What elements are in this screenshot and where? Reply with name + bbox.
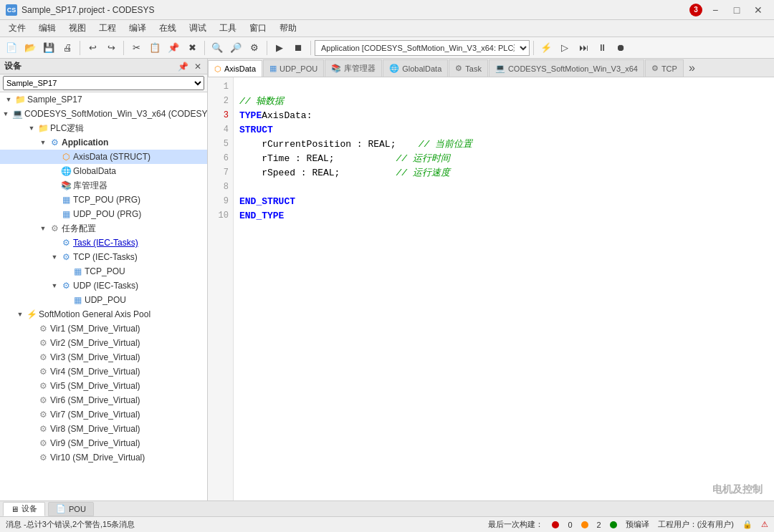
tree-node-vir8[interactable]: ⚙Vir8 (SM_Drive_Virtual) [0,422,207,436]
toggle-axisdata[interactable] [49,150,60,164]
tb-online2[interactable]: ▷ [556,39,573,57]
toggle-udppou[interactable] [49,207,60,221]
tab-more-button[interactable]: » [684,59,699,77]
bottom-tab-devices[interactable]: 🖥 设备 [3,502,45,516]
tab-codesys[interactable]: 💻 CODESYS_SoftMotion_Win_V3_x64 [489,59,644,77]
tb-online4[interactable]: ⏸ [593,39,611,57]
tree-node-vir3[interactable]: ⚙Vir3 (SM_Drive_Virtual) [0,350,207,364]
tab-udppou[interactable]: ▦ UDP_POU [263,59,324,77]
tab-libmgr[interactable]: 📚 库管理器 [325,59,382,77]
tb-find[interactable]: 🔍 [209,39,226,57]
tree-node-tcppou[interactable]: ▦TCP_POU (PRG) [0,193,207,207]
menu-online[interactable]: 在线 [153,21,182,36]
toggle-vir6[interactable] [26,393,37,407]
close-button[interactable]: ✕ [748,2,768,18]
toggle-tcppou2[interactable] [60,264,72,279]
code-content[interactable]: // 轴数据 TYPE AxisData : STRUCT rCurrentPo… [234,77,774,500]
tb-delete[interactable]: ✖ [183,39,201,57]
tree-node-vir1[interactable]: ⚙Vir1 (SM_Drive_Virtual) [0,321,207,336]
tb-print[interactable]: 🖨 [59,39,76,57]
toggle-vir2[interactable] [26,336,37,350]
tree-node-vir6[interactable]: ⚙Vir6 (SM_Drive_Virtual) [0,393,207,407]
toggle-task[interactable] [49,236,60,250]
toggle-udp[interactable]: ▼ [49,279,60,293]
tb-undo[interactable]: ↩ [84,39,101,57]
toggle-libmgr[interactable] [49,178,60,193]
tree-node-task[interactable]: ⚙Task (IEC-Tasks) [0,236,207,250]
panel-pin-button[interactable]: 📌 [176,62,190,72]
tree-node-vir7[interactable]: ⚙Vir7 (SM_Drive_Virtual) [0,407,207,422]
toggle-plc[interactable]: ▼ [26,121,37,135]
panel-close-button[interactable]: ✕ [193,62,203,72]
toggle-vir9[interactable] [26,436,37,450]
tb-paste[interactable]: 📌 [165,39,182,57]
tb-online3[interactable]: ⏭ [575,39,592,57]
tree-node-vir5[interactable]: ⚙Vir5 (SM_Drive_Virtual) [0,379,207,393]
tree-node-vir10[interactable]: ⚙Vir10 (SM_Drive_Virtual) [0,450,207,465]
tb-open[interactable]: 📂 [22,39,39,57]
tree-node-tcp[interactable]: ▼⚙TCP (IEC-Tasks) [0,250,207,264]
tree-node-axisdata[interactable]: ⬡AxisData (STRUCT) [0,150,207,164]
tree-node-taskconfig[interactable]: ▼⚙任务配置 [0,221,207,236]
toggle-smpool[interactable]: ▼ [14,307,26,321]
device-dropdown[interactable]: Sample_SP17 [3,76,204,90]
tab-globaldata[interactable]: 🌐 GlobalData [383,59,448,77]
toggle-vir10[interactable] [26,450,37,465]
menu-help[interactable]: 帮助 [274,21,302,36]
tree-node-root[interactable]: ▼📁Sample_SP17 [0,92,207,107]
menu-edit[interactable]: 编辑 [33,21,62,36]
menu-file[interactable]: 文件 [3,21,32,36]
tab-tcp[interactable]: ⚙ TCP [645,59,684,77]
toggle-vir4[interactable] [26,364,37,379]
menu-view[interactable]: 视图 [63,21,92,36]
tb-find2[interactable]: 🔎 [227,39,244,57]
tree-node-tcppou2[interactable]: ▦TCP_POU [0,264,207,279]
toggle-tcppou[interactable] [49,193,60,207]
toggle-vir1[interactable] [26,321,37,336]
tab-axisdata[interactable]: ⬡ AxisData [208,60,262,77]
menu-debug[interactable]: 调试 [183,21,212,36]
toggle-vir8[interactable] [26,422,37,436]
tree-node-vir9[interactable]: ⚙Vir9 (SM_Drive_Virtual) [0,436,207,450]
toggle-app[interactable]: ▼ [37,135,49,150]
bottom-tab-pou[interactable]: 📄 POU [48,502,94,516]
tb-online5[interactable]: ⏺ [612,39,629,57]
minimize-button[interactable]: − [705,2,725,18]
toggle-vir3[interactable] [26,350,37,364]
tb-copy[interactable]: 📋 [146,39,163,57]
tree-node-libmgr[interactable]: 📚库管理器 [0,178,207,193]
tb-save[interactable]: 💾 [40,39,57,57]
tab-task[interactable]: ⚙ Task [449,59,488,77]
tb-new[interactable]: 📄 [3,39,20,57]
menu-tools[interactable]: 工具 [214,21,242,36]
tree-node-vir4[interactable]: ⚙Vir4 (SM_Drive_Virtual) [0,364,207,379]
toggle-taskconfig[interactable]: ▼ [37,221,49,236]
tree-node-smpool[interactable]: ▼⚡SoftMotion General Axis Pool [0,307,207,321]
menu-build[interactable]: 编译 [123,21,152,36]
toggle-vir5[interactable] [26,379,37,393]
tb-online1[interactable]: ⚡ [538,39,555,57]
tree-node-udppou2[interactable]: ▦UDP_POU [0,293,207,307]
tree-node-udp[interactable]: ▼⚙UDP (IEC-Tasks) [0,279,207,293]
tree-node-globaldata[interactable]: 🌐GlobalData [0,164,207,178]
tb-cut[interactable]: ✂ [128,39,145,57]
menu-window[interactable]: 窗口 [244,21,272,36]
toggle-codesys[interactable]: ▼ [0,107,11,121]
tb-build[interactable]: ▶ [271,39,288,57]
toggle-vir7[interactable] [26,407,37,422]
tb-redo[interactable]: ↪ [102,39,120,57]
toggle-tcp[interactable]: ▼ [49,250,60,264]
tree-node-app[interactable]: ▼⚙Application [0,135,207,150]
tree-node-codesys[interactable]: ▼💻CODESYS_SoftMotion_Win_V3_x64 (CODESYS… [0,107,207,121]
maximize-button[interactable]: □ [727,2,747,18]
tree-node-udppou[interactable]: ▦UDP_POU (PRG) [0,207,207,221]
toggle-udppou2[interactable] [60,293,72,307]
tb-search[interactable]: ⚙ [246,39,263,57]
toggle-globaldata[interactable] [49,164,60,178]
toggle-root[interactable]: ▼ [3,92,14,107]
menu-project[interactable]: 工程 [93,21,122,36]
tree-node-plc[interactable]: ▼📁PLC逻辑 [0,121,207,135]
context-combo[interactable]: Application [CODESYS_SoftMotion_Win_V3_x… [315,40,530,56]
tb-stop[interactable]: ⏹ [290,39,307,57]
tree-node-vir2[interactable]: ⚙Vir2 (SM_Drive_Virtual) [0,336,207,350]
